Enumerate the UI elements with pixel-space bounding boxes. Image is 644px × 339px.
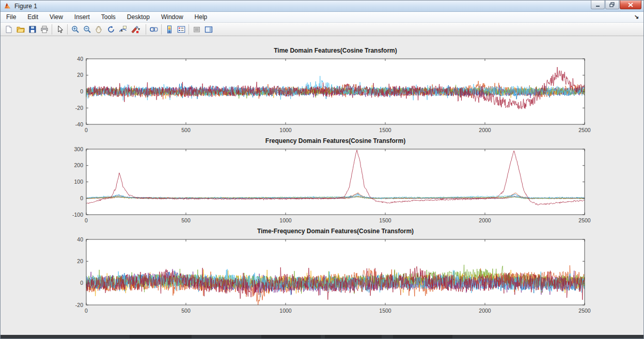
link-plot-icon (150, 25, 158, 34)
toolbar-separator (146, 24, 146, 35)
figure-toolbar: ▾ (1, 23, 643, 36)
y-tick-label: 0 (80, 195, 83, 201)
insert-colorbar-button[interactable] (163, 24, 175, 35)
insert-legend-button[interactable] (175, 24, 187, 35)
toolbar-separator (189, 24, 189, 35)
new-document-icon (5, 25, 13, 34)
chart-time-domain: Time Domain Features(Cosine Transform) 0… (62, 46, 594, 134)
show-plot-tools-icon (205, 25, 213, 34)
edit-plot-button[interactable] (54, 24, 66, 35)
legend-icon (177, 25, 185, 34)
menu-insert[interactable]: Insert (69, 12, 96, 22)
chart-frequency-domain: Frequency Domain Features(Cosine Transfo… (62, 137, 594, 224)
y-tick-label: -20 (75, 302, 83, 308)
menu-view[interactable]: View (44, 12, 69, 22)
colorbar-icon (165, 25, 174, 34)
y-tick-label: 300 (74, 146, 83, 152)
menu-tools[interactable]: Tools (96, 12, 121, 22)
plot-background (86, 239, 585, 305)
x-tick-label: 500 (181, 127, 191, 133)
rotate-3d-icon (107, 25, 115, 34)
x-tick-label: 1000 (279, 308, 292, 314)
zoom-in-icon (71, 25, 80, 34)
x-tick-label: 2000 (479, 308, 491, 314)
toolbar-separator (67, 24, 68, 35)
x-tick-label: 1500 (379, 217, 391, 223)
toolbar-separator (52, 24, 52, 35)
menu-bar: File Edit View Insert Tools Desktop Wind… (1, 12, 643, 23)
dock-figure-arrow-icon[interactable]: ↘ (634, 13, 639, 20)
zoom-out-icon (83, 25, 91, 34)
pan-button[interactable] (93, 24, 105, 35)
axes-time-frequency-domain[interactable]: 05001000150020002500-2002040 (62, 236, 594, 315)
y-tick-label: -100 (72, 212, 83, 218)
close-icon (628, 3, 633, 7)
close-button[interactable] (620, 1, 641, 9)
menu-edit[interactable]: Edit (22, 12, 44, 22)
chart-title: Time-Frequency Domain Features(Cosine Tr… (62, 227, 594, 236)
x-tick-label: 1500 (379, 308, 391, 314)
zoom-in-button[interactable] (69, 24, 81, 35)
x-tick-label: 2500 (578, 127, 591, 133)
axes-frequency-domain[interactable]: 05001000150020002500-1000100200300 (62, 146, 594, 224)
minimize-icon (595, 3, 601, 7)
x-tick-label: 2500 (578, 308, 591, 314)
x-tick-label: 0 (85, 217, 88, 223)
y-tick-label: 0 (80, 280, 83, 286)
taskbar-app-segment (325, 335, 382, 338)
menu-desktop[interactable]: Desktop (121, 12, 155, 22)
x-tick-label: 2500 (578, 217, 591, 223)
brush-dropdown-caret-icon[interactable]: ▾ (138, 27, 142, 31)
data-cursor-icon (119, 25, 127, 34)
axes-time-domain[interactable]: 05001000150020002500-40-2002040 (62, 56, 594, 134)
chart-title: Time Domain Features(Cosine Transform) (62, 46, 594, 56)
new-figure-button[interactable] (3, 24, 14, 35)
y-tick-label: 20 (77, 72, 83, 78)
printer-icon (40, 25, 49, 34)
save-floppy-icon (28, 25, 37, 34)
menu-help[interactable]: Help (189, 12, 213, 22)
taskbar-strip (1, 335, 643, 338)
y-tick-label: -40 (75, 121, 83, 127)
plot-background (86, 149, 585, 215)
data-cursor-button[interactable] (117, 24, 129, 35)
y-tick-label: -20 (75, 105, 83, 111)
x-tick-label: 2000 (479, 127, 491, 133)
y-tick-label: 40 (77, 56, 83, 62)
y-tick-label: 100 (74, 179, 83, 185)
toolbar-separator (161, 24, 162, 35)
x-tick-label: 0 (85, 308, 88, 314)
y-tick-label: 40 (77, 236, 83, 243)
restore-button[interactable] (605, 1, 619, 9)
open-folder-icon (17, 25, 25, 34)
chart-time-frequency-domain: Time-Frequency Domain Features(Cosine Tr… (62, 227, 594, 315)
hide-plot-tools-button[interactable] (191, 24, 202, 35)
menu-file[interactable]: File (5, 12, 22, 22)
rotate-3d-button[interactable] (105, 24, 117, 35)
zoom-out-button[interactable] (81, 24, 93, 35)
open-file-button[interactable] (14, 24, 26, 35)
window-title: Figure 1 (14, 3, 37, 10)
x-tick-label: 500 (181, 308, 191, 314)
show-plot-tools-button[interactable] (202, 24, 214, 35)
arrow-cursor-icon (56, 25, 64, 34)
title-bar[interactable]: Figure 1 (1, 1, 643, 12)
print-figure-button[interactable] (38, 24, 50, 35)
chart-title: Frequency Domain Features(Cosine Transfo… (62, 137, 594, 146)
save-figure-button[interactable] (26, 24, 38, 35)
x-tick-label: 500 (181, 217, 191, 223)
pan-hand-icon (95, 25, 103, 34)
taskbar-app-segment (261, 335, 321, 338)
y-tick-label: 20 (77, 258, 83, 264)
brush-data-button[interactable]: ▾ (129, 24, 144, 35)
figure-canvas: Time Domain Features(Cosine Transform) 0… (1, 36, 643, 336)
x-tick-label: 1500 (379, 127, 391, 133)
link-plot-button[interactable] (148, 24, 160, 35)
menu-window[interactable]: Window (155, 12, 189, 22)
hide-plot-tools-icon (193, 25, 201, 34)
restore-icon (609, 2, 615, 7)
matlab-logo-icon (4, 2, 11, 10)
window-controls (591, 1, 641, 9)
x-tick-label: 1000 (279, 217, 292, 223)
minimize-button[interactable] (591, 1, 605, 9)
